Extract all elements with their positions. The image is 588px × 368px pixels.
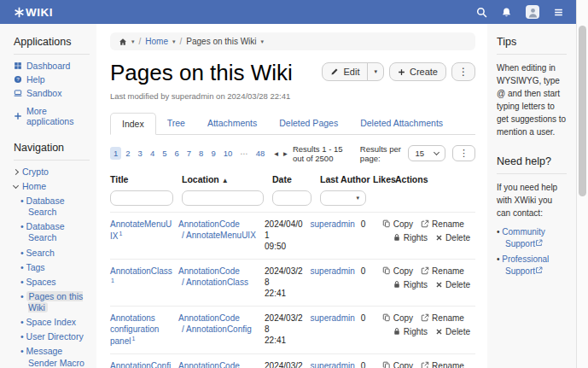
- breadcrumb-home-link[interactable]: Home: [145, 37, 168, 46]
- page-number[interactable]: 7: [183, 147, 195, 160]
- chevron-down-icon[interactable]: ▾: [261, 38, 265, 45]
- delete-action[interactable]: Delete: [435, 326, 470, 337]
- notifications-bell-icon[interactable]: [501, 7, 512, 18]
- location-space-link[interactable]: AnnotationCode: [178, 361, 240, 368]
- nav-link[interactable]: Crypto: [22, 166, 49, 177]
- next-page-icon[interactable]: ▸: [283, 149, 293, 158]
- tips-title: Tips: [497, 36, 567, 55]
- plus-icon: [398, 68, 405, 76]
- sidebar-item-sandbox[interactable]: Sandbox: [14, 88, 90, 98]
- vertical-scrollbar[interactable]: [576, 0, 588, 368]
- page-number[interactable]: 6: [171, 147, 182, 160]
- title-filter-input[interactable]: [110, 190, 173, 206]
- delete-action[interactable]: Delete: [435, 279, 470, 290]
- plus-icon: [14, 112, 22, 120]
- location-space-link[interactable]: AnnotationCode: [178, 219, 240, 229]
- copy-action[interactable]: Copy: [382, 219, 413, 230]
- rights-action[interactable]: Rights: [393, 326, 428, 337]
- last-author-link[interactable]: superadmin: [311, 313, 355, 323]
- edit-dropdown-button[interactable]: ▾: [367, 62, 384, 81]
- column-header-title[interactable]: Title: [110, 174, 182, 184]
- sidebar-item-dashboard[interactable]: Dashboard: [14, 61, 90, 71]
- last-author-link[interactable]: superadmin: [311, 219, 355, 229]
- tab-attachments[interactable]: Attachments: [196, 113, 268, 134]
- location-filter-input[interactable]: [182, 190, 264, 206]
- xwiki-logo[interactable]: WIKI: [14, 6, 53, 19]
- location-space-link[interactable]: AnnotationCode: [178, 313, 240, 323]
- delete-action[interactable]: Delete: [435, 232, 470, 243]
- sidebar-item-pages-on-this-wiki[interactable]: Pages on this Wiki: [20, 291, 90, 313]
- page-title-link[interactable]: AnnotateMenuUIX1: [110, 219, 172, 241]
- page-number[interactable]: 2: [122, 147, 133, 160]
- support-link-professional-support: Professional Support: [497, 254, 567, 277]
- page-number[interactable]: 4: [147, 147, 158, 160]
- rights-action[interactable]: Rights: [393, 232, 428, 243]
- edit-button[interactable]: Edit: [322, 62, 368, 81]
- copy-action[interactable]: Copy: [382, 266, 413, 277]
- column-header-location[interactable]: Location▲: [182, 174, 272, 184]
- page-number[interactable]: 9: [207, 147, 218, 160]
- rename-action[interactable]: Rename: [421, 360, 464, 368]
- page-title-link[interactable]: AnnotationConfigSheet1: [110, 361, 171, 368]
- date-filter-input[interactable]: [272, 190, 311, 206]
- copy-action[interactable]: Copy: [382, 360, 413, 368]
- sidebar-item-search[interactable]: Search: [20, 248, 90, 259]
- create-button[interactable]: Create: [389, 62, 446, 81]
- chevron-down-icon[interactable]: ▾: [131, 38, 135, 45]
- page-date: 2024/03/2822:41: [265, 360, 310, 368]
- page-number[interactable]: 5: [159, 147, 170, 160]
- home-icon[interactable]: [119, 38, 127, 46]
- page-number[interactable]: 48: [253, 147, 269, 160]
- column-header-last-author[interactable]: Last Author: [320, 174, 373, 184]
- rename-action[interactable]: Rename: [421, 219, 464, 230]
- scrollbar-thumb[interactable]: [579, 26, 586, 196]
- sidebar-item-message-sender-macro[interactable]: Message Sender Macro: [20, 346, 90, 368]
- location-space-link[interactable]: AnnotationCode: [178, 266, 240, 276]
- page-title-link[interactable]: AnnotationClass1: [110, 266, 172, 288]
- rights-action[interactable]: Rights: [393, 279, 428, 290]
- per-page-select[interactable]: 15: [408, 145, 445, 161]
- chevron-down-icon[interactable]: ▾: [172, 38, 176, 45]
- author-filter-select[interactable]: ▾: [320, 190, 366, 206]
- tab-deleted-attachments[interactable]: Deleted Attachments: [349, 113, 454, 134]
- sidebar-item-user-directory[interactable]: User Directory: [20, 331, 90, 342]
- sidebar-item-space-index[interactable]: Space Index: [20, 317, 90, 328]
- page-number[interactable]: 8: [195, 147, 207, 160]
- last-author-link[interactable]: superadmin: [311, 361, 355, 368]
- prev-page-icon[interactable]: ◂: [274, 149, 283, 158]
- column-header-likes[interactable]: Likes: [373, 174, 395, 184]
- table-row: AnnotationConfigSheet1 AnnotationCode / …: [110, 353, 475, 368]
- location-page-link[interactable]: / AnnotationClass: [178, 277, 248, 287]
- rename-action[interactable]: Rename: [421, 266, 464, 277]
- sidebar-item-database-search[interactable]: Database Search: [20, 221, 90, 243]
- tab-tree[interactable]: Tree: [156, 113, 196, 134]
- user-avatar[interactable]: [526, 5, 539, 19]
- page-number[interactable]: 3: [135, 147, 146, 160]
- location-page-link[interactable]: / AnnotateMenuUIX: [178, 231, 256, 240]
- nav-link[interactable]: Home: [22, 181, 46, 191]
- tab-deleted-pages[interactable]: Deleted Pages: [268, 113, 349, 134]
- more-applications-link[interactable]: More applications: [14, 106, 90, 126]
- page-number[interactable]: 1: [110, 147, 121, 160]
- chevron-down-icon[interactable]: [13, 182, 19, 188]
- sidebar-item-spaces[interactable]: Spaces: [20, 277, 90, 288]
- main-content: ▾ / Home ▾ / Pages on this Wiki ▾ Pages …: [96, 24, 487, 368]
- rename-action[interactable]: Rename: [421, 313, 464, 324]
- chevron-right-icon[interactable]: [13, 168, 19, 174]
- page-number[interactable]: 10: [220, 147, 236, 160]
- more-actions-button[interactable]: ⋮: [451, 62, 475, 81]
- page-title-link[interactable]: Annotations configuration panel1: [110, 313, 159, 346]
- sidebar-item-tags[interactable]: Tags: [20, 262, 90, 273]
- last-author-link[interactable]: superadmin: [311, 266, 355, 276]
- column-header-date[interactable]: Date: [272, 174, 320, 184]
- copy-action[interactable]: Copy: [382, 313, 413, 324]
- location-page-link[interactable]: / AnnotationConfig: [178, 324, 252, 334]
- nav-node-crypto[interactable]: Crypto: [14, 166, 90, 177]
- sidebar-item-database-search[interactable]: Database Search: [20, 196, 90, 218]
- sidebar-item-help[interactable]: ?Help: [14, 74, 90, 85]
- drawer-menu-icon[interactable]: [553, 7, 564, 18]
- nav-node-home[interactable]: Home: [14, 181, 90, 191]
- search-icon[interactable]: [476, 7, 487, 18]
- table-options-button[interactable]: ⋮: [452, 145, 475, 161]
- tab-index[interactable]: Index: [110, 113, 156, 135]
